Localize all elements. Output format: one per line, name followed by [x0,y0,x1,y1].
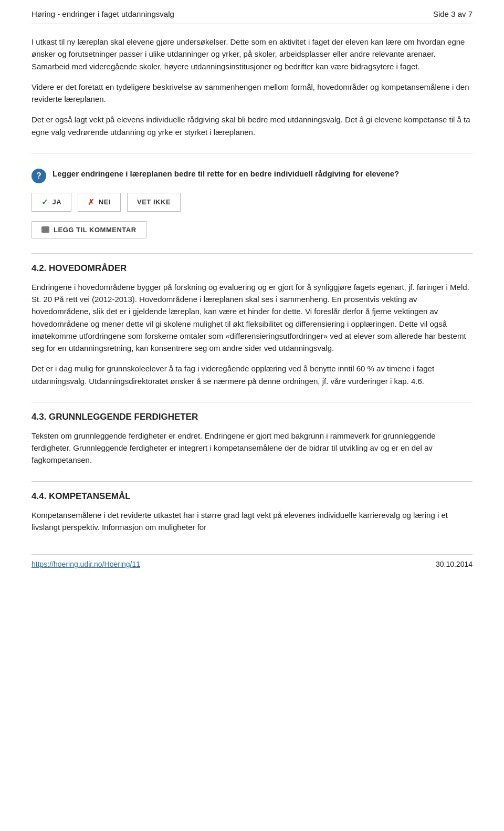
answer-row: ✓ JA ✗ NEI VET IKKE [32,193,472,212]
answer-ja-button[interactable]: ✓ JA [32,193,71,212]
section-43-para1: Teksten om grunnleggende ferdigheter er … [32,430,472,466]
divider-3 [32,402,472,402]
header-title: Høring - endringer i faget utdanningsval… [32,9,174,18]
body-paragraph-1: I utkast til ny læreplan skal elevene gj… [32,36,472,72]
divider-4 [32,481,472,482]
question-block: ? Legger endringene i læreplanen bedre t… [32,168,472,238]
question-text: Legger endringene i læreplanen bedre til… [52,168,399,180]
body-paragraph-2: Videre er det foretatt en tydeligere bes… [32,81,472,106]
footer-link[interactable]: https://hoering.udir.no/Hoering/11 [32,560,140,568]
section-44-heading: 4.4. KOMPETANSEMÅL [32,491,472,502]
divider-2 [32,253,472,254]
body-paragraph-3: Det er også lagt vekt på elevens individ… [32,113,472,138]
page-footer: https://hoering.udir.no/Hoering/11 30.10… [32,554,472,568]
vet-ikke-label: VET IKKE [137,198,171,206]
header-page-info: Side 3 av 7 [433,9,472,18]
checkmark-icon: ✓ [41,198,49,207]
divider-1 [32,153,472,153]
add-comment-button[interactable]: LEGG TIL KOMMENTAR [32,221,146,238]
nei-label: NEI [99,198,111,206]
ja-label: JA [52,198,62,206]
section-44-para1: Kompetansemålene i det reviderte utkaste… [32,509,472,534]
section-43-heading: 4.3. GRUNNLEGGENDE FERDIGHETER [32,412,472,422]
answer-nei-button[interactable]: ✗ NEI [78,193,121,212]
section-42-heading: 4.2. HOVEDOMRÅDER [32,263,472,274]
page-header: Høring - endringer i faget utdanningsval… [32,9,472,24]
question-row: ? Legger endringene i læreplanen bedre t… [32,168,472,183]
section-42-para1: Endringene i hovedområdene bygger på for… [32,281,472,355]
question-icon: ? [32,169,46,183]
answer-vet-ikke-button[interactable]: VET IKKE [127,193,181,212]
footer-date: 30.10.2014 [436,560,472,568]
comment-icon [41,226,49,233]
comment-label: LEGG TIL KOMMENTAR [54,226,136,234]
cross-icon: ✗ [88,198,95,207]
section-42-para2: Det er i dag mulig for grunnskoleelever … [32,362,472,387]
